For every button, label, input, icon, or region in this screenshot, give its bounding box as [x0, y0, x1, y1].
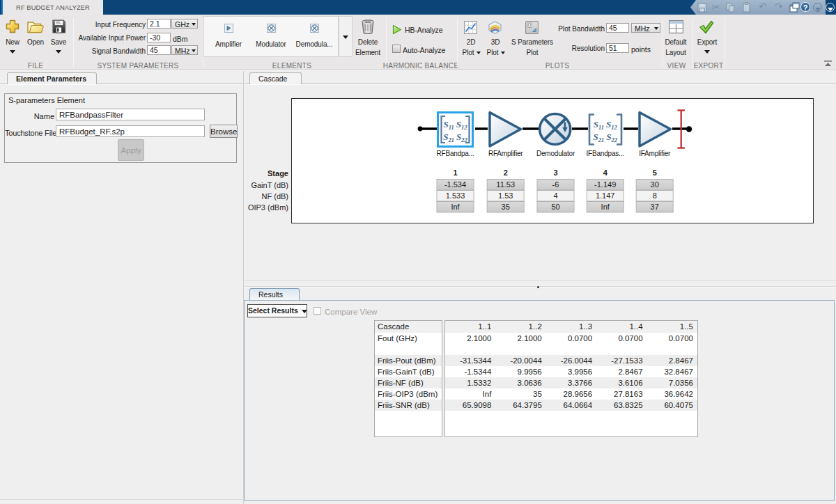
- svg-text:RFBandpa...: RFBandpa...: [437, 150, 474, 157]
- svg-text:Inf: Inf: [601, 203, 610, 211]
- svg-text:30: 30: [651, 180, 659, 189]
- svg-text:-1.534: -1.534: [444, 180, 466, 189]
- svg-text:4: 4: [603, 168, 608, 177]
- svg-text:2: 2: [504, 168, 508, 177]
- svg-text:5: 5: [653, 168, 657, 177]
- svg-text:IFAmplifier: IFAmplifier: [639, 150, 671, 157]
- svg-text:1: 1: [453, 168, 457, 177]
- svg-text:-1.149: -1.149: [594, 180, 616, 189]
- svg-text:1.533: 1.533: [446, 191, 465, 200]
- svg-text:3: 3: [553, 168, 557, 177]
- svg-text:S21S22: S21S22: [593, 132, 617, 143]
- svg-text:Demodulator: Demodulator: [536, 150, 575, 157]
- svg-text:1.147: 1.147: [596, 191, 615, 200]
- svg-text:S11S12: S11S12: [594, 119, 618, 131]
- svg-text:35: 35: [502, 203, 510, 211]
- svg-text:50: 50: [551, 203, 559, 211]
- svg-text:Inf: Inf: [451, 203, 460, 211]
- svg-text:IFBandpas...: IFBandpas...: [587, 150, 624, 157]
- svg-text:37: 37: [651, 203, 659, 211]
- svg-text:11.53: 11.53: [496, 180, 515, 189]
- svg-text:RFAmplifier: RFAmplifier: [488, 150, 523, 157]
- svg-text:4: 4: [553, 191, 557, 200]
- svg-text:1.53: 1.53: [498, 191, 513, 200]
- svg-text:-6: -6: [552, 180, 559, 189]
- svg-text:8: 8: [653, 191, 657, 200]
